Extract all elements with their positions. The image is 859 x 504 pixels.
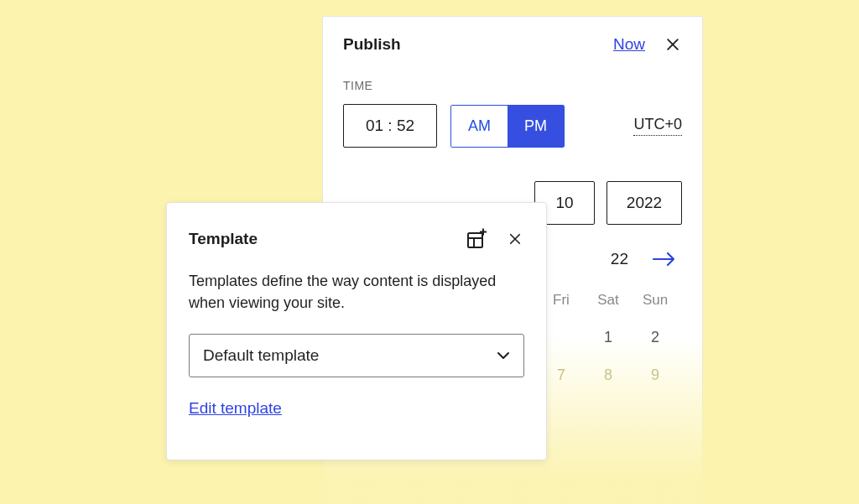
calendar-cell[interactable]: 9 [632, 366, 679, 384]
publish-title: Publish [343, 35, 401, 54]
arrow-right-icon[interactable] [652, 251, 677, 268]
time-row: 01 : 52 AM PM UTC+0 [343, 104, 682, 148]
close-icon[interactable] [506, 230, 524, 248]
pm-button[interactable]: PM [508, 106, 564, 147]
publish-header-actions: Now [613, 35, 682, 54]
template-header: Template [189, 228, 524, 250]
time-hours: 01 [366, 117, 383, 135]
template-title: Template [189, 230, 258, 248]
template-select-value: Default template [203, 346, 319, 365]
edit-template-link[interactable]: Edit template [189, 399, 282, 417]
template-panel: Template Templates define the way conten… [166, 202, 547, 460]
time-label: TIME [343, 79, 682, 92]
ampm-toggle[interactable]: AM PM [450, 105, 565, 148]
calendar-cell[interactable]: 2 [632, 329, 679, 346]
template-description: Templates define the way content is disp… [189, 270, 524, 314]
date-year-input[interactable]: 2022 [607, 181, 682, 225]
chevron-down-icon [497, 351, 510, 360]
new-template-icon[interactable] [466, 228, 487, 250]
svg-rect-0 [468, 233, 482, 247]
utc-offset[interactable]: UTC+0 [633, 116, 682, 136]
calendar-cell[interactable]: 8 [585, 366, 632, 384]
time-input[interactable]: 01 : 52 [343, 104, 437, 148]
day-head-sat: Sat [585, 292, 632, 309]
day-head-sun: Sun [632, 292, 679, 309]
close-icon[interactable] [664, 35, 682, 54]
time-minutes: 52 [397, 117, 414, 135]
am-button[interactable]: AM [451, 106, 508, 147]
calendar-cell[interactable]: 1 [585, 329, 632, 346]
calendar-month-year-suffix: 22 [611, 250, 628, 268]
template-select[interactable]: Default template [189, 334, 524, 377]
publish-header: Publish Now [343, 35, 682, 54]
template-header-actions [466, 228, 524, 250]
publish-now-link[interactable]: Now [613, 35, 645, 54]
